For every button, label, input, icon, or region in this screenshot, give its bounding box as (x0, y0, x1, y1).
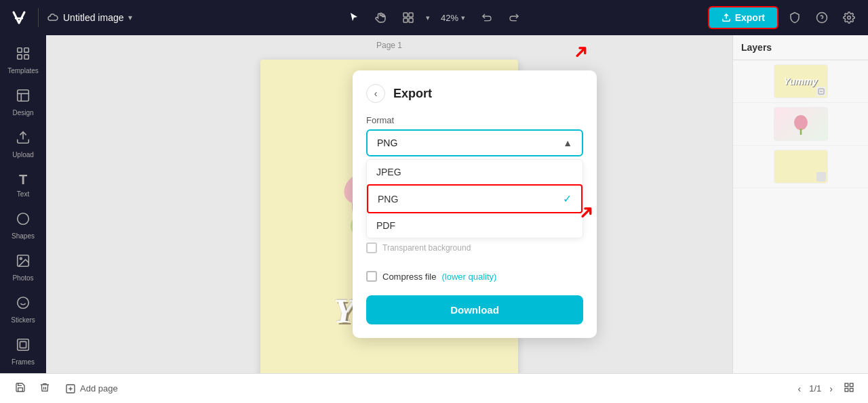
photos-label: Photos (12, 274, 33, 282)
text-label: Text (17, 190, 29, 198)
main-layout: Templates Design Upload T Text Shapes (0, 35, 868, 373)
sidebar-item-text[interactable]: T Text (3, 167, 43, 203)
sidebar-item-shapes[interactable]: Shapes (3, 206, 43, 245)
frames-icon (16, 337, 31, 356)
layer-item-1[interactable]: Yummy (733, 60, 868, 103)
sidebar-item-frames[interactable]: Frames (3, 332, 43, 371)
svg-rect-56 (850, 383, 853, 387)
text-icon: T (19, 172, 27, 188)
layer1-icon (816, 87, 826, 96)
save-bottom-btn[interactable] (11, 379, 30, 398)
sidebar-item-stickers[interactable]: Stickers (3, 290, 43, 329)
right-panel: Layers Yummy (732, 35, 868, 373)
png-check-icon: ✓ (563, 192, 572, 205)
page-prev-btn[interactable]: ‹ (794, 381, 806, 397)
add-page-icon (65, 383, 76, 394)
svg-rect-12 (18, 90, 29, 102)
sidebar-item-design[interactable]: Design (3, 83, 43, 122)
pointer-tool-btn[interactable] (343, 7, 365, 28)
download-label: Download (450, 304, 499, 316)
layer-item-2[interactable] (733, 103, 868, 146)
canvas-area[interactable]: Page 1 (46, 35, 732, 373)
topbar: Untitled image ▾ ▾ 42% ▾ (0, 0, 868, 35)
expand-btn[interactable] (841, 379, 857, 398)
svg-rect-57 (845, 388, 848, 391)
prev-icon: ‹ (798, 383, 802, 394)
svg-rect-5 (409, 18, 413, 22)
layers-header: Layers (733, 35, 868, 60)
compress-row: Compress file (lower quality) (366, 267, 583, 286)
upload-icon (16, 130, 31, 148)
svg-point-50 (794, 115, 808, 130)
selected-format-value: PNG (377, 137, 397, 148)
transparent-bg-row: Transparent background (366, 238, 583, 257)
layer1-preview-text: Yummy (783, 76, 817, 87)
transparent-bg-checkbox[interactable] (366, 242, 377, 253)
zoom-area[interactable]: 42% ▾ (441, 13, 465, 23)
export-label: Export (735, 12, 765, 23)
chevron-layout: ▾ (426, 14, 430, 22)
export-back-btn[interactable]: ‹ (366, 84, 385, 103)
page-next-btn[interactable]: › (825, 381, 837, 397)
format-dropdown: JPEG PNG ✓ PDF (366, 159, 583, 238)
design-icon (16, 88, 31, 106)
topbar-divider (38, 8, 39, 27)
compress-checkbox[interactable] (366, 271, 377, 282)
arrow-to-export: ➜ (568, 39, 595, 66)
sidebar-item-upload[interactable]: Upload (3, 125, 43, 164)
back-icon: ‹ (374, 88, 378, 99)
topbar-right: Export (708, 6, 860, 29)
zoom-chevron: ▾ (461, 14, 465, 22)
svg-point-6 (817, 13, 827, 23)
frames-label: Frames (12, 358, 35, 366)
stickers-label: Stickers (11, 316, 35, 324)
svg-point-7 (848, 16, 851, 20)
svg-rect-4 (403, 18, 408, 22)
format-option-pdf[interactable]: PDF (367, 213, 583, 238)
format-option-jpeg[interactable]: JPEG (367, 160, 583, 184)
shield-btn[interactable] (784, 7, 806, 28)
transparent-bg-label: Transparent background (382, 243, 471, 253)
svg-rect-58 (850, 388, 853, 391)
hand-tool-btn[interactable] (370, 7, 392, 28)
pdf-label: PDF (376, 220, 395, 231)
svg-rect-9 (24, 48, 28, 52)
photos-icon (16, 253, 31, 272)
add-page-label: Add page (80, 383, 118, 394)
layer-thumb-2 (774, 107, 828, 141)
app-logo (8, 7, 30, 28)
add-page-btn[interactable]: Add page (60, 381, 123, 397)
svg-rect-3 (409, 13, 413, 17)
settings-btn[interactable] (838, 7, 860, 28)
redo-btn[interactable] (503, 7, 525, 28)
page-label: Page 1 (376, 41, 402, 50)
templates-icon (16, 46, 31, 64)
svg-rect-8 (18, 48, 22, 52)
export-panel-header: ‹ Export (366, 84, 583, 103)
layout-btn[interactable] (397, 7, 419, 28)
chevron-up-icon: ▲ (563, 137, 572, 148)
export-icon (722, 13, 731, 22)
sidebar-item-templates[interactable]: Templates (3, 41, 43, 80)
format-option-png[interactable]: PNG ✓ (367, 184, 583, 213)
file-title: Untitled image (63, 12, 124, 23)
export-button[interactable]: Export (708, 6, 778, 29)
layer-thumb-3 (774, 150, 828, 184)
png-label: PNG (378, 194, 398, 205)
layer3-icon (816, 172, 826, 182)
format-select-control[interactable]: PNG ▲ (366, 129, 583, 156)
file-title-area[interactable]: Untitled image ▾ (47, 12, 132, 24)
help-btn[interactable] (811, 7, 833, 28)
delete-btn[interactable] (35, 379, 54, 398)
download-button[interactable]: Download (366, 295, 583, 324)
format-label: Format (366, 115, 583, 125)
title-chevron: ▾ (128, 13, 132, 22)
sidebar-item-photos[interactable]: Photos (3, 248, 43, 287)
page-indicator: 1/1 (809, 383, 821, 394)
compress-label: Compress file (382, 272, 436, 282)
svg-point-19 (18, 297, 29, 309)
layer-item-3[interactable] (733, 146, 868, 188)
design-label: Design (12, 109, 33, 116)
undo-btn[interactable] (476, 7, 498, 28)
left-sidebar: Templates Design Upload T Text Shapes (0, 35, 46, 373)
